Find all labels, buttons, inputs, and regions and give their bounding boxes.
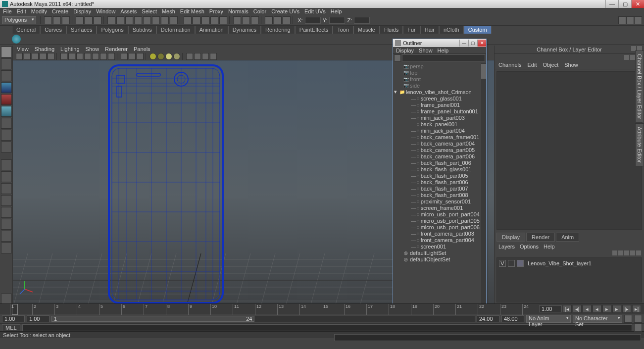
- vp-icon[interactable]: [76, 53, 83, 60]
- menu-create-uvs[interactable]: Create UVs: [271, 8, 299, 14]
- step-back-icon[interactable]: ◂: [583, 305, 592, 313]
- shelf-tab-rendering[interactable]: Rendering: [261, 26, 295, 34]
- mel-label[interactable]: MEL: [2, 324, 20, 331]
- vp-menu-shading[interactable]: Shading: [35, 46, 54, 52]
- coord-x-input[interactable]: [305, 17, 321, 24]
- outliner-item[interactable]: —○ back_flash_glass001: [393, 166, 481, 172]
- anim-start-field[interactable]: [2, 315, 25, 322]
- time-slider[interactable]: |◂ ◂| ◂ ◂ ▸ ▸ |▸ ▸| 12345678910111213141…: [0, 303, 644, 314]
- range-slider[interactable]: 1 24: [51, 316, 475, 322]
- layer-tab-anim[interactable]: Anim: [556, 233, 579, 242]
- mask-icon[interactable]: [152, 16, 160, 24]
- cb-mode-icon[interactable]: [624, 55, 629, 60]
- prefs-icon[interactable]: [634, 315, 642, 323]
- step-fwd-key-icon[interactable]: |▸: [622, 305, 631, 313]
- outliner-item[interactable]: —○ back_flash_part005: [393, 172, 481, 179]
- layer-menu-options[interactable]: Options: [520, 244, 539, 249]
- shelf-tab-toon[interactable]: Toon: [333, 26, 353, 34]
- minimize-button[interactable]: —: [605, 0, 618, 8]
- mask-icon[interactable]: [125, 16, 133, 24]
- go-end-icon[interactable]: ▸|: [632, 305, 641, 313]
- shelf-tab-painteffects[interactable]: PaintEffects: [295, 26, 333, 34]
- play-fwd-icon[interactable]: ▸: [602, 305, 611, 313]
- cb-menu-object[interactable]: Object: [543, 62, 558, 68]
- cb-mode-icon[interactable]: [630, 55, 635, 60]
- vp-menu-renderer[interactable]: Renderer: [105, 46, 128, 52]
- lasso-tool-icon[interactable]: [1, 58, 12, 69]
- outliner-scrollbar[interactable]: [481, 63, 486, 305]
- go-start-icon[interactable]: |◂: [563, 305, 572, 313]
- layer-visibility-toggle[interactable]: V: [499, 260, 506, 267]
- sidebar-toggle-icon[interactable]: [634, 16, 642, 24]
- menu-create[interactable]: Create: [52, 8, 68, 14]
- vp-icon[interactable]: [48, 53, 54, 60]
- anim-end-field[interactable]: [501, 315, 524, 322]
- outliner-item[interactable]: —○ back_panel001: [393, 121, 481, 127]
- paint-select-tool-icon[interactable]: [1, 70, 12, 81]
- vp-icon[interactable]: [40, 53, 47, 60]
- vp-icon[interactable]: [16, 53, 23, 60]
- anim-layer-dropdown[interactable]: No Anim Layer: [526, 315, 571, 323]
- layout-icon[interactable]: [1, 183, 12, 194]
- snap-point-icon[interactable]: [201, 16, 209, 24]
- cb-menu-show[interactable]: Show: [564, 62, 578, 68]
- vp-menu-show[interactable]: Show: [86, 46, 99, 52]
- outliner-item[interactable]: —○ proximity_sensor001: [393, 198, 481, 204]
- cb-menu-edit[interactable]: Edit: [527, 62, 537, 68]
- menu-normals[interactable]: Normals: [228, 8, 248, 14]
- shelf-tab-surfaces[interactable]: Surfaces: [66, 26, 97, 34]
- new-scene-icon[interactable]: [44, 16, 52, 24]
- outliner-item[interactable]: —○ front_camera_part004: [393, 237, 481, 243]
- outliner-title-bar[interactable]: Outliner — ▢ ✕: [393, 39, 486, 47]
- vp-light-icon[interactable]: [149, 53, 156, 60]
- shelf-tab-fluids[interactable]: Fluids: [380, 26, 403, 34]
- manip-tool-icon[interactable]: [1, 118, 12, 129]
- outliner-item[interactable]: ◎defaultObjectSet: [393, 256, 481, 262]
- outliner-item[interactable]: ◎defaultLightSet: [393, 249, 481, 256]
- snap-live-icon[interactable]: [219, 16, 227, 24]
- sidebar-toggle-icon[interactable]: [618, 16, 626, 24]
- snap-plane-icon[interactable]: [210, 16, 218, 24]
- layout-icon[interactable]: [1, 243, 12, 253]
- ipr-render-icon[interactable]: [274, 16, 282, 24]
- outliner-item[interactable]: 📷persp: [393, 63, 481, 69]
- outliner-item[interactable]: 📷front: [393, 76, 481, 82]
- layer-menu-help[interactable]: Help: [544, 244, 555, 249]
- layer-icon[interactable]: [630, 250, 635, 255]
- coord-z-input[interactable]: [354, 17, 370, 24]
- vp-menu-view[interactable]: View: [17, 46, 29, 52]
- outliner-maximize-button[interactable]: ▢: [468, 40, 477, 47]
- outliner-item[interactable]: 📷top: [393, 69, 481, 76]
- step-fwd-icon[interactable]: ▸: [612, 305, 621, 313]
- module-selector[interactable]: Polygons: [2, 16, 36, 24]
- mask-icon[interactable]: [134, 16, 142, 24]
- menu-proxy[interactable]: Proxy: [209, 8, 223, 14]
- outliner-item[interactable]: —○ back_flash_part006: [393, 179, 481, 185]
- play-back-icon[interactable]: ◂: [593, 305, 601, 313]
- menu-edit-mesh[interactable]: Edit Mesh: [180, 8, 204, 14]
- vp-light-icon[interactable]: [157, 53, 164, 60]
- mask-icon[interactable]: [107, 16, 115, 24]
- vp-icon[interactable]: [210, 53, 217, 60]
- outliner-filter-icon[interactable]: [394, 54, 401, 61]
- vp-icon[interactable]: [100, 53, 107, 60]
- render-icon[interactable]: [265, 16, 273, 24]
- scale-tool-icon[interactable]: [1, 106, 12, 117]
- select-object-icon[interactable]: [85, 16, 93, 24]
- layout-icon[interactable]: [1, 207, 12, 218]
- menu-file[interactable]: File: [3, 8, 12, 14]
- mask-icon[interactable]: [143, 16, 151, 24]
- outliner-close-button[interactable]: ✕: [477, 40, 486, 47]
- last-tool-icon[interactable]: [1, 142, 12, 152]
- vp-icon[interactable]: [68, 53, 75, 60]
- layer-tab-display[interactable]: Display: [496, 233, 525, 242]
- rotate-tool-icon[interactable]: [1, 94, 12, 105]
- outliner-item[interactable]: —○ back_camera_frame001: [393, 134, 481, 140]
- layer-icon[interactable]: [618, 250, 623, 255]
- vp-icon[interactable]: [129, 53, 136, 60]
- outliner-menu-display[interactable]: Display: [396, 48, 414, 53]
- layer-menu-layers[interactable]: Layers: [498, 244, 515, 249]
- vp-icon[interactable]: [108, 53, 115, 60]
- range-start-field[interactable]: [27, 315, 50, 322]
- outliner-item[interactable]: —○ back_camera_part005: [393, 147, 481, 153]
